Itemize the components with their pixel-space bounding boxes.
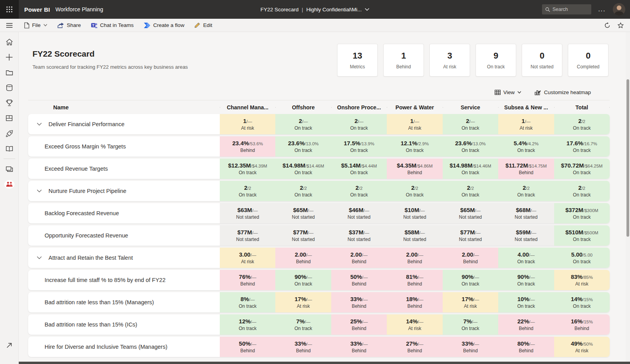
summary-card-completed[interactable]: 0 Completed <box>568 44 608 77</box>
summary-card-at-risk[interactable]: 3 At risk <box>429 44 470 77</box>
summary-card-behind[interactable]: 1 Behind <box>383 44 424 77</box>
metric-cell[interactable]: 16%/15%Behind <box>554 314 610 335</box>
workspace-avatar-icon[interactable] <box>0 177 19 192</box>
metric-name[interactable]: Bad attrition rate less than 15% (ICs) <box>45 321 137 328</box>
metric-cell[interactable]: 2/2On track <box>498 181 554 201</box>
metric-cell[interactable]: 2/—On track <box>275 114 331 134</box>
metric-cell[interactable]: 2.00/—Behind <box>443 248 498 268</box>
summary-card-not-started[interactable]: 0 Not started <box>522 44 562 77</box>
apps-icon[interactable] <box>0 111 19 126</box>
metric-cell[interactable]: 80%/—Behind <box>498 337 554 357</box>
table-row[interactable]: Bad attrition rate less than 15% (Manage… <box>28 292 610 312</box>
metric-cell[interactable]: 7%/—On track <box>443 314 498 335</box>
metric-name[interactable]: Deliver Financial Performance <box>48 121 124 127</box>
metric-cell[interactable]: 1/—At risk <box>220 114 275 134</box>
metric-cell[interactable]: 8%/—On track <box>220 292 275 312</box>
metric-cell[interactable]: 22%/—Behind <box>498 314 554 335</box>
metric-name[interactable]: Exceed Gross Margin % Targets <box>45 143 126 150</box>
column-header[interactable]: Total <box>554 104 610 111</box>
table-row[interactable]: Backlog Forecasted Revenue $63M/—Not sta… <box>28 203 610 223</box>
metric-cell[interactable]: 33%/—Behind <box>331 292 387 312</box>
metric-name[interactable]: Exceed Revenue Targets <box>45 166 108 172</box>
share-button[interactable]: Share <box>57 22 81 28</box>
metric-cell[interactable]: 49%/50%At risk <box>554 337 610 357</box>
metric-cell[interactable]: 81%/—Behind <box>387 270 442 290</box>
metric-cell[interactable]: $5.14M/$4.44MOn track <box>331 159 387 179</box>
metric-cell[interactable]: 5.4%/4.2%On track <box>498 136 554 157</box>
metric-cell[interactable]: 2.00/—Behind <box>387 248 442 268</box>
deployment-pipelines-icon[interactable] <box>0 126 19 141</box>
metric-cell[interactable]: 2/—On track <box>331 114 387 134</box>
metric-cell[interactable]: $59M/—Not started <box>498 225 554 246</box>
row-collapse-chevron-icon[interactable] <box>37 123 42 126</box>
table-row[interactable]: Increase full time staff % to 85% by end… <box>28 270 610 290</box>
metric-cell[interactable]: 2/2On track <box>220 181 275 201</box>
refresh-icon[interactable] <box>604 22 610 29</box>
horizontal-scrollbar[interactable] <box>19 362 630 364</box>
column-header[interactable]: Power & Water <box>387 104 442 111</box>
data-hub-icon[interactable] <box>0 80 19 95</box>
metric-cell[interactable]: 83%/85%At risk <box>554 270 610 290</box>
metric-cell[interactable]: 50%/—Behind <box>331 270 387 290</box>
metric-name[interactable]: Backlog Forecasted Revenue <box>45 210 119 216</box>
metric-name[interactable]: Nurture Future Project Pipeline <box>48 188 126 194</box>
metric-cell[interactable]: $58M/—Not started <box>387 225 442 246</box>
metric-cell[interactable]: 14%/15%On track <box>554 292 610 312</box>
metric-cell[interactable]: 33%/—Behind <box>275 337 331 357</box>
app-brand[interactable]: Power BI <box>24 6 50 13</box>
metrics-icon[interactable] <box>0 95 19 111</box>
column-header[interactable]: Offshore <box>275 104 331 111</box>
metric-cell[interactable]: 2/2On track <box>331 181 387 201</box>
app-launcher-waffle-icon[interactable] <box>0 0 19 19</box>
vertical-scrollbar-thumb[interactable] <box>626 79 629 237</box>
metric-name[interactable]: Bad attrition rate less than 15% (Manage… <box>45 299 154 305</box>
metric-cell[interactable]: 2/2On track <box>443 181 498 201</box>
edit-button[interactable]: Edit <box>194 22 212 28</box>
metric-cell[interactable]: $77M/—Not started <box>443 225 498 246</box>
customize-heatmap-button[interactable]: Customize heatmap <box>535 89 591 95</box>
table-row[interactable]: Exceed Revenue Targets $12.35M/$4.39MOn … <box>28 159 610 179</box>
metric-cell[interactable]: 2.00/—Behind <box>331 248 387 268</box>
metric-cell[interactable]: 17%/—At risk <box>275 292 331 312</box>
metric-cell[interactable]: 3.00/—At risk <box>220 248 275 268</box>
metric-cell[interactable]: $14.98M/$14.46MOn track <box>443 159 498 179</box>
summary-card-metrics[interactable]: 13 Metrics <box>337 44 378 77</box>
file-menu-button[interactable]: File <box>24 22 47 29</box>
metric-cell[interactable]: $65M/—Not started <box>443 203 498 223</box>
search-input[interactable]: Search <box>542 4 591 14</box>
chevron-down-icon[interactable] <box>365 8 370 11</box>
metric-cell[interactable]: $77M/—Not started <box>220 225 275 246</box>
metric-cell[interactable]: 18%/—Behind <box>387 292 442 312</box>
metric-cell[interactable]: 4.00/—On track <box>498 248 554 268</box>
create-icon[interactable] <box>0 50 19 65</box>
expand-icon[interactable] <box>0 338 19 353</box>
table-row[interactable]: Nurture Future Project Pipeline 2/2On tr… <box>28 181 610 201</box>
metric-cell[interactable]: 12%/—On track <box>220 314 275 335</box>
metric-cell[interactable]: $12.35M/$4.39MOn track <box>220 159 275 179</box>
column-header[interactable]: Subsea & New ... <box>498 104 554 111</box>
metric-name[interactable]: Hire for Diverse and Inclusive Teams (Ma… <box>45 344 167 350</box>
view-dropdown[interactable]: View <box>495 89 521 95</box>
metric-cell[interactable]: 2.00/—Behind <box>275 248 331 268</box>
metric-cell[interactable]: 25%/—Behind <box>331 314 387 335</box>
metric-cell[interactable]: 12.1%/2.9%On track <box>387 136 442 157</box>
metric-cell[interactable]: $63M/—Not started <box>220 203 275 223</box>
metric-cell[interactable]: 17%/—At risk <box>443 292 498 312</box>
metric-cell[interactable]: 17.5%/13.9%On track <box>331 136 387 157</box>
metric-cell[interactable]: 2/2On track <box>554 114 610 134</box>
metric-cell[interactable]: 90%/—On track <box>443 270 498 290</box>
metric-cell[interactable]: 33%/—Behind <box>331 337 387 357</box>
metric-cell[interactable]: $46M/—Not started <box>331 203 387 223</box>
create-flow-button[interactable]: Create a flow <box>144 22 185 28</box>
document-title-group[interactable]: FY22 Scorecard | Highly Confidential\Mi.… <box>260 7 370 12</box>
row-collapse-chevron-icon[interactable] <box>37 189 42 193</box>
favorite-star-icon[interactable] <box>617 22 624 29</box>
column-header[interactable]: Onshore Proce... <box>331 104 387 111</box>
table-row[interactable]: Deliver Financial Performance 1/—At risk… <box>28 114 610 134</box>
metric-cell[interactable]: $4.35M/$4.86MBehind <box>387 159 442 179</box>
metric-cell[interactable]: 50%/—Behind <box>220 337 275 357</box>
metric-cell[interactable]: $372M/$300MOn track <box>554 203 610 223</box>
metric-cell[interactable]: 76%/—Behind <box>220 270 275 290</box>
metric-cell[interactable]: $11.72M/$14.75MBehind <box>498 159 554 179</box>
user-avatar[interactable] <box>613 3 625 16</box>
